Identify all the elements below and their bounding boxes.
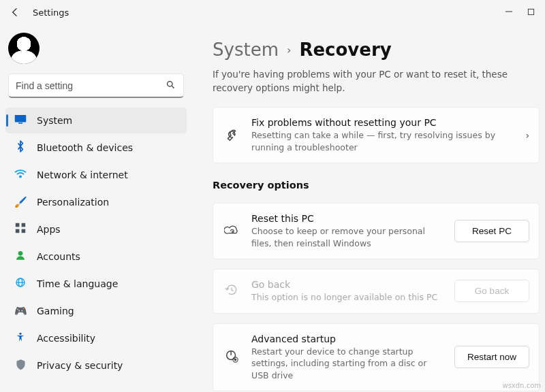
svg-point-15 <box>19 333 21 335</box>
main-content: System › Recovery If you're having probl… <box>192 24 545 392</box>
search-icon <box>164 80 176 92</box>
accessibility-icon <box>14 331 27 345</box>
page-description: If you're having problems with your PC o… <box>213 68 512 95</box>
bluetooth-icon <box>14 140 27 155</box>
search-input[interactable] <box>16 80 164 91</box>
card-title: Advanced startup <box>251 333 443 344</box>
sidebar-item-label: System <box>37 115 72 126</box>
svg-point-2 <box>167 81 172 86</box>
svg-line-3 <box>172 86 174 88</box>
reset-pc-card: Reset this PC Choose to keep or remove y… <box>213 203 540 259</box>
sidebar-item-privacy[interactable]: Privacy & security <box>5 353 187 378</box>
avatar <box>8 33 40 64</box>
troubleshoot-card[interactable]: Fix problems without resetting your PC R… <box>213 107 540 163</box>
history-icon <box>223 283 240 299</box>
svg-point-19 <box>234 359 236 360</box>
wrench-icon <box>223 127 240 144</box>
minimize-button[interactable] <box>504 7 514 18</box>
svg-point-6 <box>20 176 21 177</box>
back-button[interactable] <box>5 3 25 22</box>
nav-list: System Bluetooth & devices Network & int… <box>4 108 188 378</box>
sidebar-item-label: Network & internet <box>37 169 128 180</box>
sidebar-item-gaming[interactable]: 🎮 Gaming <box>5 298 187 324</box>
svg-rect-8 <box>22 223 26 227</box>
chevron-right-icon: › <box>287 44 291 56</box>
watermark: wsxdn.com <box>502 382 541 389</box>
sidebar-item-system[interactable]: System <box>5 108 187 133</box>
chevron-right-icon: › <box>525 130 529 141</box>
reset-pc-button[interactable]: Reset PC <box>454 220 529 242</box>
sidebar-item-personalization[interactable]: 🖌️ Personalization <box>5 189 187 215</box>
sidebar-item-label: Gaming <box>37 306 74 316</box>
sidebar-item-label: Accessibility <box>37 333 95 344</box>
restart-now-button[interactable]: Restart now <box>454 346 529 368</box>
breadcrumb: System › Recovery <box>213 39 540 60</box>
card-title: Reset this PC <box>251 213 443 224</box>
paintbrush-icon: 🖌️ <box>14 196 27 208</box>
sidebar-item-label: Personalization <box>37 197 109 208</box>
card-title: Fix problems without resetting your PC <box>251 117 514 128</box>
maximize-button[interactable] <box>526 7 535 18</box>
globe-icon <box>14 277 27 291</box>
page-title: Recovery <box>299 39 391 60</box>
card-subtitle: Choose to keep or remove your personal f… <box>251 225 443 249</box>
svg-rect-9 <box>16 229 20 233</box>
card-subtitle: Resetting can take a while — first, try … <box>251 129 514 153</box>
svg-rect-10 <box>22 229 26 233</box>
svg-rect-4 <box>15 115 27 122</box>
svg-rect-5 <box>18 122 22 124</box>
sidebar-item-label: Bluetooth & devices <box>37 142 133 153</box>
app-title: Settings <box>33 7 69 18</box>
display-icon <box>14 114 27 127</box>
apps-icon <box>14 223 27 236</box>
person-icon <box>14 250 27 263</box>
card-title: Go back <box>251 279 443 290</box>
breadcrumb-parent[interactable]: System <box>213 39 279 60</box>
sidebar: System Bluetooth & devices Network & int… <box>0 24 192 392</box>
wifi-icon <box>14 169 27 181</box>
sidebar-item-apps[interactable]: Apps <box>5 216 187 242</box>
title-bar: Settings <box>0 0 545 24</box>
sidebar-item-label: Time & language <box>37 278 118 289</box>
card-subtitle: Restart your device to change startup se… <box>251 346 443 382</box>
sidebar-item-label: Accounts <box>37 251 80 262</box>
gamepad-icon: 🎮 <box>14 305 27 317</box>
svg-rect-1 <box>528 9 533 14</box>
cloud-refresh-icon <box>223 224 240 239</box>
sidebar-item-accessibility[interactable]: Accessibility <box>5 325 187 351</box>
section-heading: Recovery options <box>213 180 540 191</box>
search-box[interactable] <box>8 74 184 98</box>
profile-area[interactable] <box>4 30 188 67</box>
card-subtitle: This option is no longer available on th… <box>251 291 443 304</box>
sidebar-item-bluetooth[interactable]: Bluetooth & devices <box>5 135 187 161</box>
sidebar-item-label: Privacy & security <box>37 360 123 371</box>
advanced-startup-card: Advanced startup Restart your device to … <box>213 323 540 392</box>
sidebar-item-accounts[interactable]: Accounts <box>5 244 187 270</box>
window-controls <box>504 7 535 18</box>
svg-point-11 <box>18 251 23 256</box>
sidebar-item-label: Apps <box>37 224 61 235</box>
sidebar-item-network[interactable]: Network & internet <box>5 162 187 188</box>
sidebar-item-time-language[interactable]: Time & language <box>5 271 187 297</box>
go-back-button: Go back <box>454 280 529 302</box>
shield-icon <box>14 359 27 373</box>
svg-rect-7 <box>16 223 20 227</box>
power-gear-icon <box>223 348 240 366</box>
go-back-card: Go back This option is no longer availab… <box>213 269 540 314</box>
